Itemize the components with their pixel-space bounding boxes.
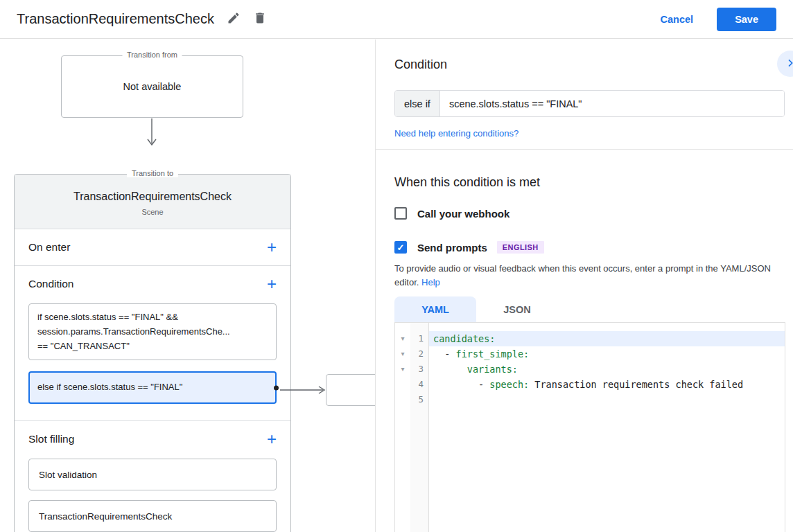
slot-filling-label: Slot filling [28,433,74,445]
condition-help-link[interactable]: Need help entering conditions? [394,128,518,139]
trash-icon [253,11,267,27]
code-token: speech: [489,379,529,390]
delete-scene-button[interactable] [253,11,267,27]
slot-filling-section: Slot filling + Slot validation Transacti… [15,421,290,532]
condition-item-2-selected[interactable]: else if scene.slots.status == "FINAL" [28,371,277,404]
check-icon: ✓ [397,242,405,253]
scene-node: Transition to TransactionRequirementsChe… [14,174,291,532]
line-number: 3 [410,362,428,377]
fold-arrow-icon[interactable]: ▾ [395,331,410,346]
top-bar: TransactionRequirementsCheck Cancel Save [0,0,793,39]
code-token: first_simple: [456,348,530,360]
slot-item-transaction-check[interactable]: TransactionRequirementsCheck [28,500,277,532]
code-token: - [433,348,456,360]
line-number-gutter: 1 2 3 4 5 [410,323,429,532]
language-badge: ENGLISH [497,241,544,254]
condition-section-label: Condition [28,278,74,290]
transition-to-label: Transition to [127,169,178,177]
call-webhook-label: Call your webhook [417,208,509,220]
condition-prefix-label: else if [395,91,440,116]
code-token: candidates: [433,333,495,344]
condition-section: Condition + if scene.slots.status == "FI… [15,266,290,421]
code-token [433,364,467,375]
pencil-icon [227,11,241,27]
collapse-panel-button[interactable] [777,51,793,77]
chevron-right-icon [785,57,793,71]
scene-node-subtitle: Scene [15,208,290,216]
call-webhook-checkbox[interactable] [394,207,407,220]
line-number: 5 [410,392,428,407]
edit-title-button[interactable] [227,11,241,27]
panel-divider [376,149,793,150]
save-button[interactable]: Save [717,8,776,31]
prompt-description-text: To provide audio or visual feedback when… [394,263,771,287]
help-link[interactable]: Help [421,277,440,287]
editor-tabs: YAML JSON [394,296,558,322]
add-slot-button[interactable]: + [267,431,277,447]
condition-item-1[interactable]: if scene.slots.status == "FINAL" && sess… [28,303,277,360]
line-number: 1 [410,331,428,346]
top-bar-actions: Cancel Save [661,8,776,31]
code-line [429,392,785,407]
scene-node-title: TransactionRequirementsCheck [15,190,290,203]
code-token: Transaction requirements check failed [529,379,743,390]
panel-title: Condition [394,57,447,72]
code-line: - first_simple: [429,346,785,362]
cancel-button[interactable]: Cancel [661,14,694,25]
code-fold-gutter: ▾ ▾ ▾ [395,323,410,532]
page-title: TransactionRequirementsCheck [17,11,214,27]
send-prompts-checkbox[interactable]: ✓ [394,241,407,254]
app: { "colors": { "accent_blue": "#1a73e8", … [0,0,793,532]
condition-section-row: Condition + [15,266,290,302]
arrow-down-icon [141,118,162,149]
send-prompts-row: ✓ Send prompts ENGLISH [394,241,544,254]
condition-item-2-text: else if scene.slots.status == "FINAL" [37,382,182,392]
slot-item-validation[interactable]: Slot validation [28,459,277,490]
connection-port-dot[interactable] [274,385,279,390]
send-prompts-label: Send prompts [417,242,487,254]
condition-expression-input[interactable] [440,91,784,116]
on-enter-section: On enter + [15,229,290,266]
scene-node-header[interactable]: TransactionRequirementsCheck Scene [15,175,290,229]
prompt-description: To provide audio or visual feedback when… [394,262,791,290]
tab-json[interactable]: JSON [476,296,558,322]
code-line: variants: [429,362,785,377]
call-webhook-row: Call your webhook [394,207,509,220]
yaml-code-editor: ▾ ▾ ▾ 1 2 3 4 5 candidates: - first_simp… [394,322,785,532]
code-line: candidates: [429,331,785,346]
transition-from-node[interactable]: Transition from Not available [61,55,243,118]
scene-canvas: Transition from Not available Transition… [0,39,375,532]
transition-target-node[interactable] [326,374,375,406]
line-number: 2 [410,346,428,362]
add-condition-button[interactable]: + [267,276,277,292]
condition-editor-panel: Condition else if Need help entering con… [375,39,793,532]
fold-gutter-empty [395,392,410,407]
slot-filling-row: Slot filling + [15,421,290,457]
tab-yaml[interactable]: YAML [394,296,476,322]
fold-gutter-empty [395,377,410,392]
code-token: variants: [467,364,518,375]
code-area[interactable]: candidates: - first_simple: variants: - … [429,323,785,532]
code-line: - speech: Transaction requirements check… [429,377,785,392]
transition-from-text: Not available [62,56,243,117]
when-condition-met-title: When this condition is met [394,175,540,190]
add-on-enter-button[interactable]: + [267,239,277,256]
condition-expression-row: else if [394,90,785,117]
arrow-right-icon [279,384,329,396]
on-enter-row: On enter + [15,229,290,265]
fold-arrow-icon[interactable]: ▾ [395,346,410,362]
fold-arrow-icon[interactable]: ▾ [395,362,410,377]
on-enter-label: On enter [28,241,70,254]
code-token: - [433,379,489,390]
transition-from-label: Transition from [122,51,182,59]
line-number: 4 [410,377,428,392]
